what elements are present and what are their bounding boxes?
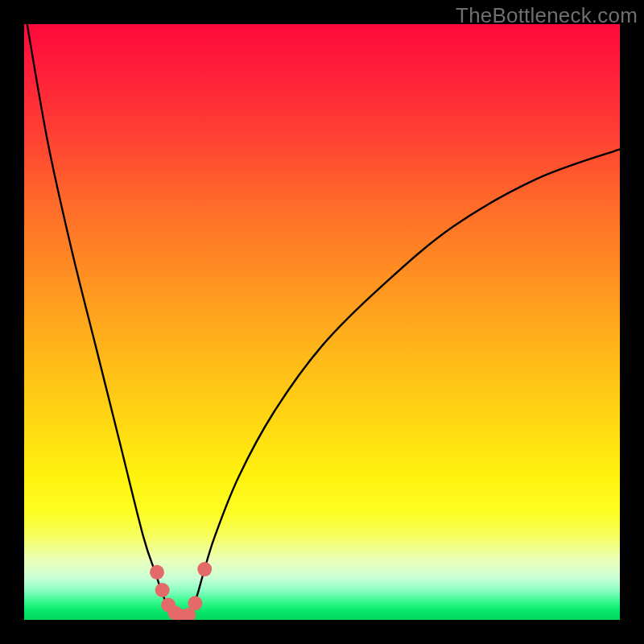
valley-marker — [188, 596, 202, 610]
valley-marker — [197, 562, 212, 576]
valley-marker — [150, 565, 164, 580]
chart-frame: TheBottleneck.com — [0, 0, 644, 644]
bottleneck-curve — [27, 24, 620, 617]
valley-markers — [150, 562, 212, 620]
curve-svg — [24, 24, 620, 620]
plot-area — [24, 24, 620, 620]
valley-marker — [155, 583, 170, 597]
